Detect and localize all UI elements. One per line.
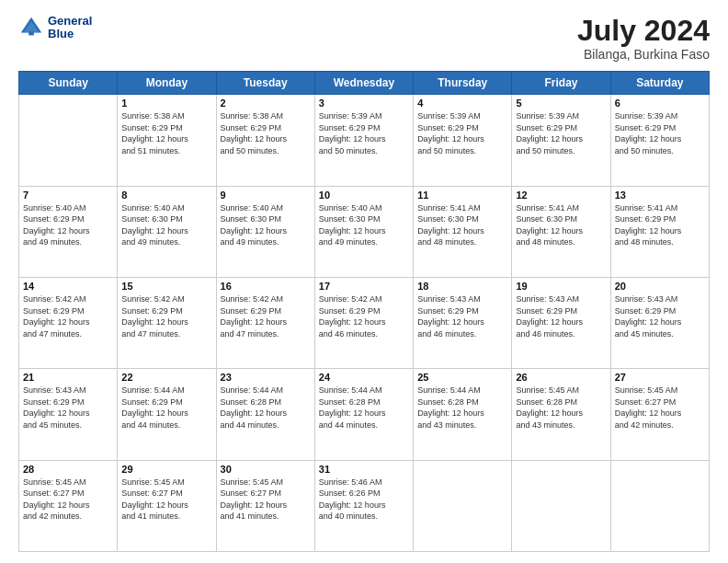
calendar-cell: 16Sunrise: 5:42 AM Sunset: 6:29 PM Dayli… (216, 277, 314, 368)
calendar-cell: 27Sunrise: 5:45 AM Sunset: 6:27 PM Dayli… (610, 369, 709, 460)
day-info: Sunrise: 5:44 AM Sunset: 6:29 PM Dayligh… (121, 385, 211, 431)
day-info: Sunrise: 5:39 AM Sunset: 6:29 PM Dayligh… (516, 110, 606, 156)
calendar-cell: 12Sunrise: 5:41 AM Sunset: 6:30 PM Dayli… (512, 186, 610, 277)
day-number: 1 (121, 98, 211, 109)
day-info: Sunrise: 5:41 AM Sunset: 6:29 PM Dayligh… (615, 202, 705, 248)
calendar-cell: 4Sunrise: 5:39 AM Sunset: 6:29 PM Daylig… (414, 95, 512, 186)
calendar-cell: 19Sunrise: 5:43 AM Sunset: 6:29 PM Dayli… (512, 277, 610, 368)
day-number: 16 (221, 281, 311, 292)
day-info: Sunrise: 5:39 AM Sunset: 6:29 PM Dayligh… (615, 110, 705, 156)
sub-title: Bilanga, Burkina Faso (577, 47, 710, 62)
day-info: Sunrise: 5:44 AM Sunset: 6:28 PM Dayligh… (319, 385, 409, 431)
calendar-cell: 21Sunrise: 5:43 AM Sunset: 6:29 PM Dayli… (19, 369, 118, 460)
day-info: Sunrise: 5:39 AM Sunset: 6:29 PM Dayligh… (417, 110, 507, 156)
day-number: 15 (121, 281, 211, 292)
day-number: 20 (615, 281, 705, 292)
day-info: Sunrise: 5:40 AM Sunset: 6:30 PM Dayligh… (221, 202, 311, 248)
day-number: 21 (23, 372, 113, 383)
calendar-cell: 11Sunrise: 5:41 AM Sunset: 6:30 PM Dayli… (414, 186, 512, 277)
calendar-cell: 31Sunrise: 5:46 AM Sunset: 6:26 PM Dayli… (314, 460, 413, 551)
day-number: 5 (516, 98, 606, 109)
day-number: 2 (221, 98, 311, 109)
calendar-cell: 20Sunrise: 5:43 AM Sunset: 6:29 PM Dayli… (610, 277, 709, 368)
logo-text: General Blue (48, 15, 92, 41)
day-info: Sunrise: 5:41 AM Sunset: 6:30 PM Dayligh… (417, 202, 507, 248)
svg-rect-2 (28, 31, 34, 35)
calendar-cell: 28Sunrise: 5:45 AM Sunset: 6:27 PM Dayli… (19, 460, 118, 551)
day-number: 31 (319, 464, 409, 475)
day-info: Sunrise: 5:45 AM Sunset: 6:27 PM Dayligh… (23, 477, 113, 523)
weekday-header-thursday: Thursday (414, 72, 512, 95)
title-block: July 2024 Bilanga, Burkina Faso (577, 15, 710, 62)
calendar-cell (414, 460, 512, 551)
calendar-cell: 6Sunrise: 5:39 AM Sunset: 6:29 PM Daylig… (610, 95, 709, 186)
calendar-cell: 3Sunrise: 5:39 AM Sunset: 6:29 PM Daylig… (314, 95, 413, 186)
week-row-4: 21Sunrise: 5:43 AM Sunset: 6:29 PM Dayli… (19, 369, 710, 460)
day-number: 14 (23, 281, 113, 292)
day-number: 4 (417, 98, 507, 109)
logo-icon (18, 15, 44, 40)
week-row-3: 14Sunrise: 5:42 AM Sunset: 6:29 PM Dayli… (19, 277, 710, 368)
weekday-header-wednesday: Wednesday (314, 72, 413, 95)
main-title: July 2024 (577, 15, 710, 47)
day-number: 10 (319, 190, 409, 201)
day-info: Sunrise: 5:45 AM Sunset: 6:28 PM Dayligh… (516, 385, 606, 431)
day-info: Sunrise: 5:42 AM Sunset: 6:29 PM Dayligh… (121, 293, 211, 339)
weekday-header-row: SundayMondayTuesdayWednesdayThursdayFrid… (19, 72, 710, 95)
calendar-table: SundayMondayTuesdayWednesdayThursdayFrid… (18, 71, 710, 552)
weekday-header-saturday: Saturday (610, 72, 709, 95)
week-row-1: 1Sunrise: 5:38 AM Sunset: 6:29 PM Daylig… (19, 95, 710, 186)
day-info: Sunrise: 5:40 AM Sunset: 6:29 PM Dayligh… (23, 202, 113, 248)
day-info: Sunrise: 5:41 AM Sunset: 6:30 PM Dayligh… (516, 202, 606, 248)
day-number: 19 (516, 281, 606, 292)
calendar-cell: 29Sunrise: 5:45 AM Sunset: 6:27 PM Dayli… (118, 460, 216, 551)
day-number: 25 (417, 372, 507, 383)
day-number: 28 (23, 464, 113, 475)
calendar-cell: 8Sunrise: 5:40 AM Sunset: 6:30 PM Daylig… (118, 186, 216, 277)
day-number: 11 (417, 190, 507, 201)
calendar-cell (512, 460, 610, 551)
day-info: Sunrise: 5:43 AM Sunset: 6:29 PM Dayligh… (23, 385, 113, 431)
day-number: 3 (319, 98, 409, 109)
calendar-cell: 10Sunrise: 5:40 AM Sunset: 6:30 PM Dayli… (314, 186, 413, 277)
weekday-header-monday: Monday (118, 72, 216, 95)
day-info: Sunrise: 5:44 AM Sunset: 6:28 PM Dayligh… (417, 385, 507, 431)
weekday-header-friday: Friday (512, 72, 610, 95)
page: General Blue July 2024 Bilanga, Burkina … (0, 0, 728, 563)
day-info: Sunrise: 5:40 AM Sunset: 6:30 PM Dayligh… (319, 202, 409, 248)
day-number: 17 (319, 281, 409, 292)
calendar-cell: 23Sunrise: 5:44 AM Sunset: 6:28 PM Dayli… (216, 369, 314, 460)
day-info: Sunrise: 5:44 AM Sunset: 6:28 PM Dayligh… (221, 385, 311, 431)
day-number: 18 (417, 281, 507, 292)
calendar-cell: 2Sunrise: 5:38 AM Sunset: 6:29 PM Daylig… (216, 95, 314, 186)
calendar-cell: 24Sunrise: 5:44 AM Sunset: 6:28 PM Dayli… (314, 369, 413, 460)
day-number: 7 (23, 190, 113, 201)
logo-line2: Blue (48, 28, 92, 40)
weekday-header-tuesday: Tuesday (216, 72, 314, 95)
day-info: Sunrise: 5:43 AM Sunset: 6:29 PM Dayligh… (615, 293, 705, 339)
day-info: Sunrise: 5:42 AM Sunset: 6:29 PM Dayligh… (221, 293, 311, 339)
calendar-cell: 9Sunrise: 5:40 AM Sunset: 6:30 PM Daylig… (216, 186, 314, 277)
day-number: 29 (121, 464, 211, 475)
calendar-cell: 13Sunrise: 5:41 AM Sunset: 6:29 PM Dayli… (610, 186, 709, 277)
calendar-cell: 30Sunrise: 5:45 AM Sunset: 6:27 PM Dayli… (216, 460, 314, 551)
day-number: 30 (221, 464, 311, 475)
day-number: 27 (615, 372, 705, 383)
logo-line1: General (48, 15, 92, 28)
calendar-cell: 25Sunrise: 5:44 AM Sunset: 6:28 PM Dayli… (414, 369, 512, 460)
day-number: 24 (319, 372, 409, 383)
calendar-cell: 22Sunrise: 5:44 AM Sunset: 6:29 PM Dayli… (118, 369, 216, 460)
day-number: 6 (615, 98, 705, 109)
day-number: 13 (615, 190, 705, 201)
day-number: 9 (221, 190, 311, 201)
day-info: Sunrise: 5:43 AM Sunset: 6:29 PM Dayligh… (516, 293, 606, 339)
day-number: 12 (516, 190, 606, 201)
day-info: Sunrise: 5:40 AM Sunset: 6:30 PM Dayligh… (121, 202, 211, 248)
day-info: Sunrise: 5:38 AM Sunset: 6:29 PM Dayligh… (221, 110, 311, 156)
day-info: Sunrise: 5:45 AM Sunset: 6:27 PM Dayligh… (121, 477, 211, 523)
day-info: Sunrise: 5:45 AM Sunset: 6:27 PM Dayligh… (615, 385, 705, 431)
day-info: Sunrise: 5:39 AM Sunset: 6:29 PM Dayligh… (319, 110, 409, 156)
weekday-header-sunday: Sunday (19, 72, 118, 95)
calendar-cell (610, 460, 709, 551)
week-row-2: 7Sunrise: 5:40 AM Sunset: 6:29 PM Daylig… (19, 186, 710, 277)
